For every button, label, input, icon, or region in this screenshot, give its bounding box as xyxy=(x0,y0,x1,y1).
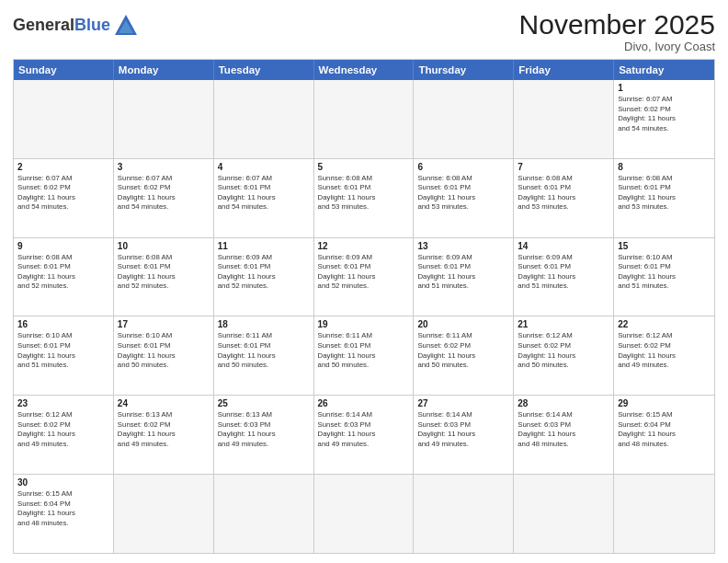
cal-cell-empty-5-2 xyxy=(214,475,314,553)
cell-info: Sunrise: 6:09 AM Sunset: 6:01 PM Dayligh… xyxy=(318,253,410,292)
day-number: 14 xyxy=(518,241,609,251)
header-day-friday: Friday xyxy=(514,60,614,80)
cell-info: Sunrise: 6:08 AM Sunset: 6:01 PM Dayligh… xyxy=(518,174,609,213)
cell-info: Sunrise: 6:08 AM Sunset: 6:01 PM Dayligh… xyxy=(417,174,509,213)
day-number: 28 xyxy=(518,398,609,408)
cell-info: Sunrise: 6:11 AM Sunset: 6:01 PM Dayligh… xyxy=(218,331,310,370)
cell-info: Sunrise: 6:09 AM Sunset: 6:01 PM Dayligh… xyxy=(518,253,609,292)
cal-cell-25: 25Sunrise: 6:13 AM Sunset: 6:03 PM Dayli… xyxy=(214,396,314,474)
cal-cell-22: 22Sunrise: 6:12 AM Sunset: 6:02 PM Dayli… xyxy=(614,316,714,395)
cell-info: Sunrise: 6:07 AM Sunset: 6:02 PM Dayligh… xyxy=(17,174,109,213)
day-number: 15 xyxy=(618,241,711,251)
day-number: 3 xyxy=(118,162,210,172)
week-row-3: 16Sunrise: 6:10 AM Sunset: 6:01 PM Dayli… xyxy=(14,316,714,395)
day-number: 20 xyxy=(417,319,509,329)
cal-cell-empty-5-4 xyxy=(414,475,514,553)
header-day-monday: Monday xyxy=(114,60,214,80)
cal-cell-18: 18Sunrise: 6:11 AM Sunset: 6:01 PM Dayli… xyxy=(214,316,314,395)
cell-info: Sunrise: 6:15 AM Sunset: 6:04 PM Dayligh… xyxy=(618,410,711,449)
day-number: 18 xyxy=(218,319,310,329)
cell-info: Sunrise: 6:10 AM Sunset: 6:01 PM Dayligh… xyxy=(118,331,210,370)
logo-general: General xyxy=(13,16,74,34)
day-number: 12 xyxy=(318,241,410,251)
day-number: 6 xyxy=(417,162,509,172)
header-day-tuesday: Tuesday xyxy=(214,60,314,80)
cal-cell-21: 21Sunrise: 6:12 AM Sunset: 6:02 PM Dayli… xyxy=(514,316,614,395)
location: Divo, Ivory Coast xyxy=(519,40,715,53)
cal-cell-15: 15Sunrise: 6:10 AM Sunset: 6:01 PM Dayli… xyxy=(614,238,714,316)
cal-cell-29: 29Sunrise: 6:15 AM Sunset: 6:04 PM Dayli… xyxy=(614,396,714,474)
cal-cell-6: 6Sunrise: 6:08 AM Sunset: 6:01 PM Daylig… xyxy=(414,159,514,237)
header: GeneralBlue November 2025 Divo, Ivory Co… xyxy=(13,9,715,53)
day-number: 24 xyxy=(118,398,210,408)
logo-icon xyxy=(113,13,139,39)
cal-cell-13: 13Sunrise: 6:09 AM Sunset: 6:01 PM Dayli… xyxy=(414,238,514,316)
cal-cell-empty-0-3 xyxy=(314,80,415,158)
cal-cell-24: 24Sunrise: 6:13 AM Sunset: 6:02 PM Dayli… xyxy=(114,396,214,474)
cell-info: Sunrise: 6:09 AM Sunset: 6:01 PM Dayligh… xyxy=(218,253,310,292)
day-number: 2 xyxy=(17,162,109,172)
day-number: 19 xyxy=(318,319,410,329)
day-number: 1 xyxy=(618,83,711,93)
cell-info: Sunrise: 6:12 AM Sunset: 6:02 PM Dayligh… xyxy=(17,410,109,449)
cal-cell-1: 1Sunrise: 6:07 AM Sunset: 6:02 PM Daylig… xyxy=(614,80,714,158)
cell-info: Sunrise: 6:10 AM Sunset: 6:01 PM Dayligh… xyxy=(17,331,109,370)
header-day-thursday: Thursday xyxy=(414,60,514,80)
cal-cell-16: 16Sunrise: 6:10 AM Sunset: 6:01 PM Dayli… xyxy=(14,316,114,395)
cell-info: Sunrise: 6:07 AM Sunset: 6:02 PM Dayligh… xyxy=(118,174,210,213)
cal-cell-11: 11Sunrise: 6:09 AM Sunset: 6:01 PM Dayli… xyxy=(214,238,314,316)
title-area: November 2025 Divo, Ivory Coast xyxy=(519,9,715,53)
cal-cell-empty-5-1 xyxy=(114,475,214,553)
day-number: 21 xyxy=(518,319,609,329)
header-day-sunday: Sunday xyxy=(14,60,114,80)
cell-info: Sunrise: 6:15 AM Sunset: 6:04 PM Dayligh… xyxy=(17,489,109,528)
cal-cell-26: 26Sunrise: 6:14 AM Sunset: 6:03 PM Dayli… xyxy=(314,396,415,474)
cal-cell-4: 4Sunrise: 6:07 AM Sunset: 6:01 PM Daylig… xyxy=(214,159,314,237)
cal-cell-3: 3Sunrise: 6:07 AM Sunset: 6:02 PM Daylig… xyxy=(114,159,214,237)
week-row-1: 2Sunrise: 6:07 AM Sunset: 6:02 PM Daylig… xyxy=(14,158,714,237)
cal-cell-14: 14Sunrise: 6:09 AM Sunset: 6:01 PM Dayli… xyxy=(514,238,614,316)
cell-info: Sunrise: 6:07 AM Sunset: 6:02 PM Dayligh… xyxy=(618,95,711,133)
header-day-saturday: Saturday xyxy=(614,60,714,80)
day-number: 27 xyxy=(417,398,509,408)
cell-info: Sunrise: 6:08 AM Sunset: 6:01 PM Dayligh… xyxy=(318,174,410,213)
cal-cell-20: 20Sunrise: 6:11 AM Sunset: 6:02 PM Dayli… xyxy=(414,316,514,395)
day-number: 4 xyxy=(218,162,310,172)
cal-cell-9: 9Sunrise: 6:08 AM Sunset: 6:01 PM Daylig… xyxy=(14,238,114,316)
day-number: 26 xyxy=(318,398,410,408)
day-number: 17 xyxy=(118,319,210,329)
cal-cell-5: 5Sunrise: 6:08 AM Sunset: 6:01 PM Daylig… xyxy=(314,159,415,237)
cell-info: Sunrise: 6:14 AM Sunset: 6:03 PM Dayligh… xyxy=(518,410,609,449)
day-number: 23 xyxy=(17,398,109,408)
cell-info: Sunrise: 6:07 AM Sunset: 6:01 PM Dayligh… xyxy=(218,174,310,213)
cell-info: Sunrise: 6:11 AM Sunset: 6:01 PM Dayligh… xyxy=(318,331,410,370)
cal-cell-7: 7Sunrise: 6:08 AM Sunset: 6:01 PM Daylig… xyxy=(514,159,614,237)
day-number: 22 xyxy=(618,319,711,329)
cal-cell-27: 27Sunrise: 6:14 AM Sunset: 6:03 PM Dayli… xyxy=(414,396,514,474)
cell-info: Sunrise: 6:13 AM Sunset: 6:03 PM Dayligh… xyxy=(218,410,310,449)
cell-info: Sunrise: 6:14 AM Sunset: 6:03 PM Dayligh… xyxy=(318,410,410,449)
week-row-0: 1Sunrise: 6:07 AM Sunset: 6:02 PM Daylig… xyxy=(14,80,714,158)
day-number: 13 xyxy=(417,241,509,251)
cell-info: Sunrise: 6:14 AM Sunset: 6:03 PM Dayligh… xyxy=(417,410,509,449)
cal-cell-30: 30Sunrise: 6:15 AM Sunset: 6:04 PM Dayli… xyxy=(14,475,114,553)
cal-cell-empty-5-5 xyxy=(514,475,614,553)
cal-cell-empty-0-5 xyxy=(514,80,614,158)
header-day-wednesday: Wednesday xyxy=(314,60,415,80)
day-number: 25 xyxy=(218,398,310,408)
cal-cell-2: 2Sunrise: 6:07 AM Sunset: 6:02 PM Daylig… xyxy=(14,159,114,237)
day-number: 11 xyxy=(218,241,310,251)
week-row-4: 23Sunrise: 6:12 AM Sunset: 6:02 PM Dayli… xyxy=(14,395,714,474)
calendar-header: SundayMondayTuesdayWednesdayThursdayFrid… xyxy=(14,60,714,80)
month-title: November 2025 xyxy=(519,9,715,40)
day-number: 9 xyxy=(17,241,109,251)
cal-cell-28: 28Sunrise: 6:14 AM Sunset: 6:03 PM Dayli… xyxy=(514,396,614,474)
cell-info: Sunrise: 6:09 AM Sunset: 6:01 PM Dayligh… xyxy=(417,253,509,292)
cal-cell-10: 10Sunrise: 6:08 AM Sunset: 6:01 PM Dayli… xyxy=(114,238,214,316)
logo-blue: Blue xyxy=(74,16,110,34)
day-number: 7 xyxy=(518,162,609,172)
cell-info: Sunrise: 6:10 AM Sunset: 6:01 PM Dayligh… xyxy=(618,253,711,292)
cal-cell-23: 23Sunrise: 6:12 AM Sunset: 6:02 PM Dayli… xyxy=(14,396,114,474)
logo-text: GeneralBlue xyxy=(13,17,110,35)
day-number: 5 xyxy=(318,162,410,172)
